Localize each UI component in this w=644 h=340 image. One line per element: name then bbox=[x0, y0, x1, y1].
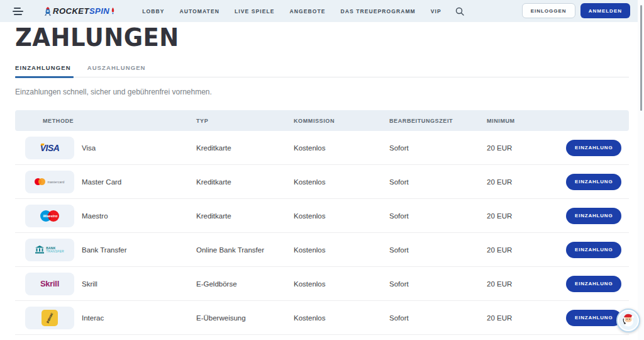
method-minimum: 20 EUR bbox=[472, 144, 566, 152]
method-processing-time: Sofort bbox=[374, 246, 472, 254]
col-methode: METHODE bbox=[15, 118, 181, 124]
table-row-bank-transfer: BANKTRANSFER Bank Transfer Online Bank T… bbox=[15, 233, 629, 267]
table-row-interac: Interac Interac E-Überweisung Kostenlos … bbox=[15, 301, 629, 335]
table-row-maestro: Maestro Maestro Kreditkarte Kostenlos So… bbox=[15, 199, 629, 233]
live-chat-widget[interactable] bbox=[616, 309, 640, 332]
bank-transfer-logo: BANKTRANSFER bbox=[25, 239, 74, 261]
nav-vip[interactable]: VIP bbox=[431, 8, 441, 14]
visa-logo: VISA bbox=[25, 137, 74, 159]
method-commission: Kostenlos bbox=[279, 246, 374, 254]
method-name: Master Card bbox=[82, 178, 121, 186]
skrill-logo: Skrill bbox=[25, 273, 74, 295]
method-commission: Kostenlos bbox=[279, 144, 374, 152]
tab-einzahlungen[interactable]: EINZAHLUNGEN bbox=[15, 64, 71, 77]
signup-button[interactable]: ANMELDEN bbox=[580, 3, 630, 18]
method-processing-time: Sofort bbox=[374, 144, 472, 152]
deposit-methods-table: METHODE TYP KOMMISSION BEARBEITUNGSZEIT … bbox=[15, 110, 629, 335]
method-processing-time: Sofort bbox=[374, 314, 472, 322]
table-row-skrill: Skrill Skrill E-Geldbörse Kostenlos Sofo… bbox=[15, 267, 629, 301]
method-type: Online Bank Transfer bbox=[181, 246, 279, 254]
nav-treueprogramm[interactable]: DAS TREUEPROGRAMM bbox=[340, 8, 415, 14]
top-navigation-bar: ROCKETSPIN LOBBY AUTOMATEN LIVE SPIELE A… bbox=[0, 0, 644, 22]
table-row-mastercard: mastercard Master Card Kreditkarte Koste… bbox=[15, 165, 629, 199]
method-name: Skrill bbox=[82, 280, 97, 288]
method-name: Bank Transfer bbox=[82, 246, 127, 254]
deposit-button-maestro[interactable]: EINZAHLUNG bbox=[566, 208, 621, 224]
auth-buttons: EINLOGGEN ANMELDEN bbox=[522, 3, 630, 18]
table-row-visa: VISA Visa Kreditkarte Kostenlos Sofort 2… bbox=[15, 131, 629, 165]
deposit-button-mastercard[interactable]: EINZAHLUNG bbox=[566, 174, 621, 190]
rocketspin-logo[interactable]: ROCKETSPIN bbox=[43, 6, 116, 17]
deposit-button-bank-transfer[interactable]: EINZAHLUNG bbox=[566, 242, 621, 258]
menu-icon[interactable] bbox=[13, 8, 25, 15]
table-header-row: METHODE TYP KOMMISSION BEARBEITUNGSZEIT … bbox=[15, 110, 629, 131]
deposit-button-visa[interactable]: EINZAHLUNG bbox=[566, 140, 621, 156]
method-minimum: 20 EUR bbox=[472, 212, 566, 220]
payment-tabs: EINZAHLUNGEN AUSZAHLUNGEN bbox=[15, 64, 629, 77]
col-bearbeitungszeit: BEARBEITUNGSZEIT bbox=[374, 118, 472, 124]
nav-angebote[interactable]: ANGEBOTE bbox=[290, 8, 326, 14]
deposit-button-skrill[interactable]: EINZAHLUNG bbox=[566, 276, 621, 292]
nav-lobby[interactable]: LOBBY bbox=[142, 8, 164, 14]
method-type: E-Geldbörse bbox=[181, 280, 279, 288]
mastercard-logo: mastercard bbox=[25, 171, 74, 193]
method-commission: Kostenlos bbox=[279, 280, 374, 288]
bank-icon bbox=[35, 246, 44, 254]
method-minimum: 20 EUR bbox=[472, 246, 566, 254]
maestro-logo: Maestro bbox=[25, 205, 74, 227]
method-name: Maestro bbox=[82, 212, 108, 220]
logo-text: ROCKETSPIN bbox=[53, 6, 109, 16]
method-name: Interac bbox=[82, 314, 104, 322]
method-type: Kreditkarte bbox=[181, 212, 279, 220]
method-minimum: 20 EUR bbox=[472, 314, 566, 322]
scrollbar-thumb[interactable] bbox=[640, 5, 642, 111]
santa-support-icon bbox=[619, 311, 638, 330]
method-processing-time: Sofort bbox=[374, 178, 472, 186]
rocket-icon bbox=[43, 6, 53, 17]
search-icon[interactable] bbox=[455, 7, 464, 16]
method-type: Kreditkarte bbox=[181, 178, 279, 186]
logo-small-rocket-icon bbox=[110, 7, 116, 16]
interac-logo: Interac bbox=[25, 307, 74, 329]
main-nav: LOBBY AUTOMATEN LIVE SPIELE ANGEBOTE DAS… bbox=[127, 7, 464, 16]
method-type: Kreditkarte bbox=[181, 144, 279, 152]
method-commission: Kostenlos bbox=[279, 314, 374, 322]
payments-page: ZAHLUNGEN EINZAHLUNGEN AUSZAHLUNGEN Einz… bbox=[15, 22, 629, 335]
col-minimum: MINIMUM bbox=[472, 118, 566, 124]
scrollbar-track[interactable] bbox=[638, 0, 644, 340]
method-name: Visa bbox=[82, 144, 96, 152]
col-typ: TYP bbox=[181, 118, 279, 124]
method-minimum: 20 EUR bbox=[472, 178, 566, 186]
login-button[interactable]: EINLOGGEN bbox=[522, 3, 575, 18]
method-minimum: 20 EUR bbox=[472, 280, 566, 288]
page-title: ZAHLUNGEN bbox=[15, 24, 629, 52]
deposit-button-interac[interactable]: EINZAHLUNG bbox=[566, 310, 621, 326]
nav-automaten[interactable]: AUTOMATEN bbox=[179, 8, 219, 14]
method-commission: Kostenlos bbox=[279, 178, 374, 186]
tab-auszahlungen[interactable]: AUSZAHLUNGEN bbox=[87, 64, 146, 77]
method-processing-time: Sofort bbox=[374, 280, 472, 288]
method-type: E-Überweisung bbox=[181, 314, 279, 322]
col-kommission: KOMMISSION bbox=[279, 118, 374, 124]
method-processing-time: Sofort bbox=[374, 212, 472, 220]
nav-live-spiele[interactable]: LIVE SPIELE bbox=[235, 8, 275, 14]
method-commission: Kostenlos bbox=[279, 212, 374, 220]
page-description: Einzahlungen schnell, sicher und gebühre… bbox=[15, 88, 629, 96]
